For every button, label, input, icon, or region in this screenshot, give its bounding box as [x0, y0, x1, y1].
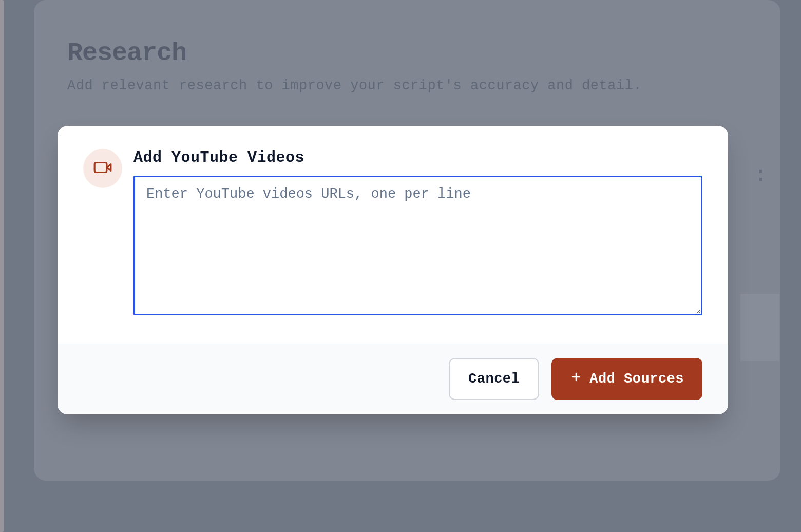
- modal-footer: Cancel Add Sources: [58, 344, 728, 414]
- youtube-urls-input[interactable]: [134, 176, 702, 315]
- modal-icon-circle: [83, 149, 122, 188]
- add-sources-button[interactable]: Add Sources: [551, 358, 702, 400]
- plus-icon: [570, 371, 582, 387]
- video-icon: [93, 158, 112, 180]
- modal-main: Add YouTube Videos: [134, 149, 702, 318]
- modal-title: Add YouTube Videos: [134, 149, 702, 166]
- modal-body: Add YouTube Videos: [58, 126, 728, 344]
- cancel-button[interactable]: Cancel: [449, 358, 539, 400]
- add-sources-label: Add Sources: [589, 371, 684, 387]
- svg-rect-0: [94, 162, 107, 172]
- add-youtube-modal: Add YouTube Videos Cancel Add Sources: [58, 126, 728, 414]
